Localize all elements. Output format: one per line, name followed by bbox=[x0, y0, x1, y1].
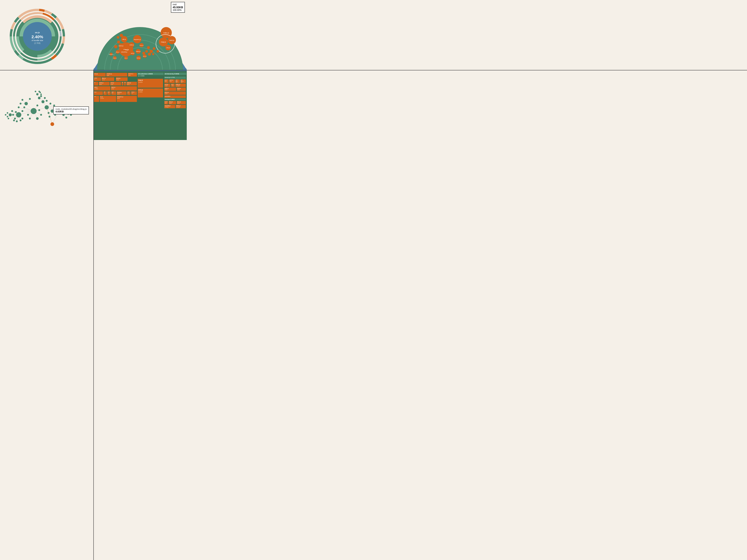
svg-point-124 bbox=[38, 109, 40, 111]
svg-point-136 bbox=[8, 118, 9, 119]
svg-point-152 bbox=[66, 117, 67, 118]
network-node-highlighted[interactable] bbox=[50, 122, 54, 126]
svg-point-123 bbox=[36, 105, 38, 106]
svg-point-51 bbox=[156, 50, 159, 53]
root-tooltip: root 45.93KB 100.00% bbox=[171, 2, 185, 13]
svg-text:attr.js: attr.js bbox=[122, 38, 126, 40]
treemap-cell-sortjs: sort.js 122B bbox=[164, 83, 171, 87]
svg-text:set.js: set.js bbox=[166, 47, 170, 49]
svg-text:style.js: style.js bbox=[113, 57, 117, 59]
treemap-cell-order: order.js 380B bbox=[99, 82, 110, 86]
root-size: 45.93KB bbox=[173, 6, 183, 9]
svg-point-110 bbox=[42, 100, 45, 103]
svg-point-106 bbox=[45, 105, 49, 109]
treemap-cell-indexhier: index.js 1.41KB bbox=[175, 83, 186, 87]
svg-text:index.js: index.js bbox=[163, 32, 169, 34]
svg-point-132 bbox=[11, 110, 13, 112]
svg-point-151 bbox=[67, 113, 69, 115]
treemap-d3hierarchy: d3-hierarchy 9.54KB hierarchy 4.27KB cou… bbox=[164, 73, 186, 138]
treemap-d3collection: d3-collection 4.56KB src 4.56KB map.js 1… bbox=[137, 73, 163, 138]
svg-point-31 bbox=[120, 34, 123, 37]
treemap-cell-select: select .js bbox=[94, 77, 101, 81]
svg-point-135 bbox=[7, 116, 8, 117]
treemap-cell-style: style.js 923B bbox=[111, 86, 137, 91]
treemap-cell-indexfinal: index.js 2.59KB bbox=[176, 105, 186, 108]
treemap-cell-path: path.js 600B bbox=[164, 87, 176, 91]
svg-point-47 bbox=[145, 50, 148, 53]
treemap-cell-on: on.js 2.82KB bbox=[100, 96, 117, 102]
svg-point-144 bbox=[36, 93, 38, 96]
sunburst-percent: 2.40% bbox=[31, 34, 43, 39]
svg-text:index.js: index.js bbox=[136, 51, 140, 52]
treemap-hierarchy-label: hierarchy 4.27KB bbox=[164, 76, 186, 79]
treemap-cell-each: each.js 375B bbox=[169, 79, 175, 83]
svg-point-137 bbox=[13, 119, 15, 121]
svg-point-133 bbox=[5, 114, 6, 115]
svg-text:insert.js: insert.js bbox=[140, 45, 144, 46]
svg-point-120 bbox=[22, 110, 23, 112]
svg-point-147 bbox=[40, 92, 41, 93]
svg-point-116 bbox=[20, 103, 22, 105]
svg-point-153 bbox=[70, 114, 72, 116]
svg-point-119 bbox=[29, 117, 31, 119]
svg-text:classed.js: classed.js bbox=[109, 54, 113, 55]
treemap-cell-dice: dice.js 305B bbox=[169, 101, 176, 105]
treemap-cell-slice: slice.js 306B bbox=[177, 101, 186, 105]
svg-point-142 bbox=[40, 95, 42, 97]
treemap-cell-ancestors: ancestors bbox=[164, 95, 186, 98]
network-node-large[interactable] bbox=[31, 108, 36, 114]
bubble-chart: data.js dispatch.js attr.js enter.js sel… bbox=[93, 0, 187, 70]
svg-text:join.js: join.js bbox=[124, 57, 127, 59]
treemap-cell-count: coun 262B bbox=[164, 79, 169, 83]
treemap-left-section: ace.js creator.js 580B selector.js 145B … bbox=[94, 73, 127, 138]
treemap-cell-cat: cat bbox=[121, 82, 124, 86]
svg-point-121 bbox=[18, 106, 20, 108]
root-percent: 100.00% bbox=[173, 9, 183, 11]
svg-point-127 bbox=[55, 108, 57, 110]
svg-point-48 bbox=[148, 53, 151, 56]
d3hierarchy-label: d3-hierarchy 9.54KB bbox=[164, 73, 186, 75]
svg-text:dispatch.js: dispatch.js bbox=[134, 38, 141, 40]
svg-point-111 bbox=[38, 97, 41, 99]
svg-text:text.js: text.js bbox=[137, 57, 140, 59]
svg-point-50 bbox=[142, 52, 145, 55]
svg-point-125 bbox=[50, 103, 51, 105]
treemap-cell-mapjs: map.js 1.91KB bbox=[137, 79, 163, 88]
network-graph: node_modules/d3-drag/src/drag.js 4.63KB bbox=[0, 70, 93, 140]
svg-point-143 bbox=[46, 100, 48, 102]
svg-point-134 bbox=[7, 112, 8, 114]
svg-point-107 bbox=[51, 109, 54, 113]
treemap-cell-eachafter: each After.js 352B bbox=[180, 79, 186, 83]
treemap-cell-sort: sort.js 544B bbox=[110, 82, 121, 86]
svg-point-109 bbox=[9, 113, 12, 116]
svg-point-141 bbox=[44, 97, 46, 99]
svg-point-49 bbox=[152, 53, 154, 55]
svg-point-117 bbox=[27, 114, 29, 116]
svg-point-113 bbox=[36, 117, 38, 120]
svg-point-105 bbox=[16, 112, 21, 117]
svg-point-128 bbox=[48, 112, 50, 114]
svg-text:filter.js: filter.js bbox=[116, 52, 119, 53]
treemap-cell-node: node.js 257B bbox=[126, 82, 137, 86]
treemap-container: ace.js creator.js 580B selector.js 145B … bbox=[93, 70, 187, 140]
svg-point-108 bbox=[24, 102, 28, 105]
svg-point-32 bbox=[117, 36, 119, 38]
svg-point-138 bbox=[16, 121, 18, 122]
root-name: root bbox=[173, 3, 183, 6]
svg-point-44 bbox=[147, 46, 150, 49]
svg-point-139 bbox=[20, 119, 22, 121]
svg-text:selectAll.js: selectAll.js bbox=[121, 51, 127, 53]
svg-text:sort.js: sort.js bbox=[131, 53, 134, 54]
treemap-cell-selector: selector.js 145B bbox=[128, 73, 137, 77]
svg-point-46 bbox=[153, 47, 155, 50]
treemap-cell-links: links.js 237B bbox=[164, 91, 186, 95]
treemap-cell-property: rty.js bbox=[94, 91, 103, 95]
treemap-cell-d: d.js bbox=[94, 96, 99, 102]
treemap-cell-eachbefore: each Befor 282B bbox=[175, 79, 180, 83]
svg-point-140 bbox=[22, 117, 23, 119]
treemap-cell-round: round 160B bbox=[164, 101, 168, 105]
svg-point-129 bbox=[14, 117, 16, 119]
treemap-cell-enter: enter.js 718B bbox=[115, 77, 128, 81]
treemap-cell-insert: insert.js 398B bbox=[117, 91, 127, 95]
svg-point-149 bbox=[49, 116, 50, 117]
